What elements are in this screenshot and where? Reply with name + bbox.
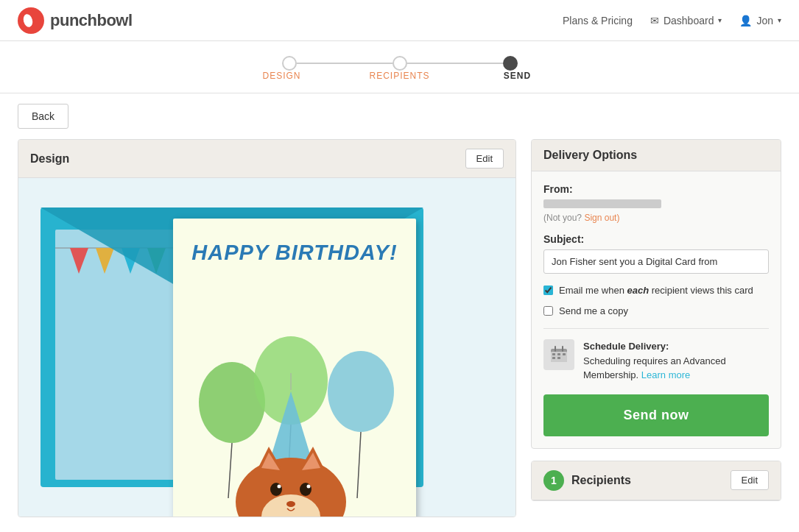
sign-out-link[interactable]: Sign out) <box>584 213 619 223</box>
step-design-label[interactable]: DESIGN <box>223 71 341 81</box>
card-preview: HAPPY BIRTHDAY! <box>18 178 515 517</box>
card-text: HAPPY BIRTHDAY! <box>173 219 416 266</box>
email-checkbox-row: Email me when each recipient views this … <box>543 284 769 297</box>
step-recipients-circle <box>393 56 407 71</box>
step-line-1 <box>297 63 393 64</box>
step-send-label[interactable]: SEND <box>459 71 577 81</box>
copy-checkbox-label: Send me a copy <box>559 305 628 318</box>
envelope-icon: ✉ <box>650 15 659 26</box>
svg-line-18 <box>228 443 232 498</box>
svg-point-29 <box>278 485 281 489</box>
design-edit-button[interactable]: Edit <box>465 149 504 169</box>
right-panel: Delivery Options From: (Not you? Sign ou… <box>531 139 781 517</box>
svg-rect-39 <box>557 353 560 355</box>
back-button[interactable]: Back <box>18 104 68 129</box>
recipients-header: 1 Recipients Edit <box>532 461 781 500</box>
svg-point-28 <box>300 483 311 496</box>
svg-point-21 <box>328 351 394 432</box>
subject-label: Subject: <box>543 233 769 245</box>
user-nav[interactable]: 👤 Jon ▾ <box>739 15 781 26</box>
logo-text: punchbowl <box>50 11 133 30</box>
svg-rect-38 <box>552 353 555 355</box>
subject-input[interactable] <box>543 249 769 274</box>
svg-rect-40 <box>563 353 566 355</box>
design-panel-title: Design <box>30 152 69 166</box>
svg-line-22 <box>357 432 361 498</box>
dashboard-caret: ▾ <box>718 16 722 24</box>
schedule-row: Schedule Delivery: Scheduling requires a… <box>543 339 769 383</box>
stepper-line-area <box>282 56 518 71</box>
recipients-badge: 1 <box>543 470 564 491</box>
svg-point-30 <box>307 485 311 489</box>
divider <box>543 328 769 329</box>
top-bar: Back <box>0 93 799 139</box>
card-face: HAPPY BIRTHDAY! <box>173 219 416 517</box>
main-content: Design Edit <box>0 139 799 532</box>
step-design-circle <box>282 56 297 71</box>
learn-more-link[interactable]: Learn more <box>641 369 690 380</box>
recipients-section: 1 Recipients Edit <box>531 461 781 501</box>
dashboard-nav[interactable]: ✉ Dashboard ▾ <box>650 15 722 26</box>
delivery-options-header: Delivery Options <box>532 140 781 171</box>
send-now-button[interactable]: Send now <box>543 394 769 436</box>
email-checkbox-label: Email me when each recipient views this … <box>559 284 753 297</box>
calendar-svg <box>549 345 569 364</box>
from-label: From: <box>543 183 769 195</box>
design-panel: Design Edit <box>18 139 516 517</box>
recipients-left: 1 Recipients <box>543 470 631 491</box>
recipients-title: Recipients <box>571 474 631 487</box>
delivery-options: Delivery Options From: (Not you? Sign ou… <box>531 139 781 449</box>
schedule-text: Schedule Delivery: Scheduling requires a… <box>583 339 769 383</box>
svg-point-35 <box>286 501 295 507</box>
step-recipients-label[interactable]: RECIPIENTS <box>341 71 459 81</box>
step-labels: DESIGN RECIPIENTS SEND <box>223 71 577 81</box>
svg-point-27 <box>270 483 282 496</box>
user-label: Jon <box>756 15 773 26</box>
step-send-circle <box>503 56 518 71</box>
progress-area: DESIGN RECIPIENTS SEND <box>0 41 799 93</box>
svg-rect-41 <box>552 357 555 359</box>
plans-pricing-link[interactable]: Plans & Pricing <box>563 15 633 26</box>
copy-checkbox[interactable] <box>543 306 553 316</box>
step-line-2 <box>407 63 503 64</box>
copy-checkbox-row: Send me a copy <box>543 305 769 318</box>
delivery-body: From: (Not you? Sign out) Subject: Email… <box>532 171 781 448</box>
not-you-text: (Not you? Sign out) <box>543 213 769 223</box>
svg-rect-42 <box>557 357 560 359</box>
envelope-container: HAPPY BIRTHDAY! <box>18 178 515 517</box>
user-icon: 👤 <box>739 15 752 26</box>
logo[interactable]: punchbowl <box>18 7 133 34</box>
dashboard-label: Dashboard <box>664 15 714 26</box>
calendar-icon <box>543 339 574 370</box>
email-checkbox[interactable] <box>543 285 553 295</box>
from-value-blur <box>543 199 661 208</box>
recipients-edit-button[interactable]: Edit <box>731 470 769 490</box>
logo-icon <box>18 7 44 34</box>
card-illustration <box>173 285 416 517</box>
header: punchbowl Plans & Pricing ✉ Dashboard ▾ … <box>0 0 799 41</box>
design-panel-header: Design Edit <box>18 140 515 178</box>
user-caret: ▾ <box>778 16 781 24</box>
header-nav: Plans & Pricing ✉ Dashboard ▾ 👤 Jon ▾ <box>563 15 781 26</box>
